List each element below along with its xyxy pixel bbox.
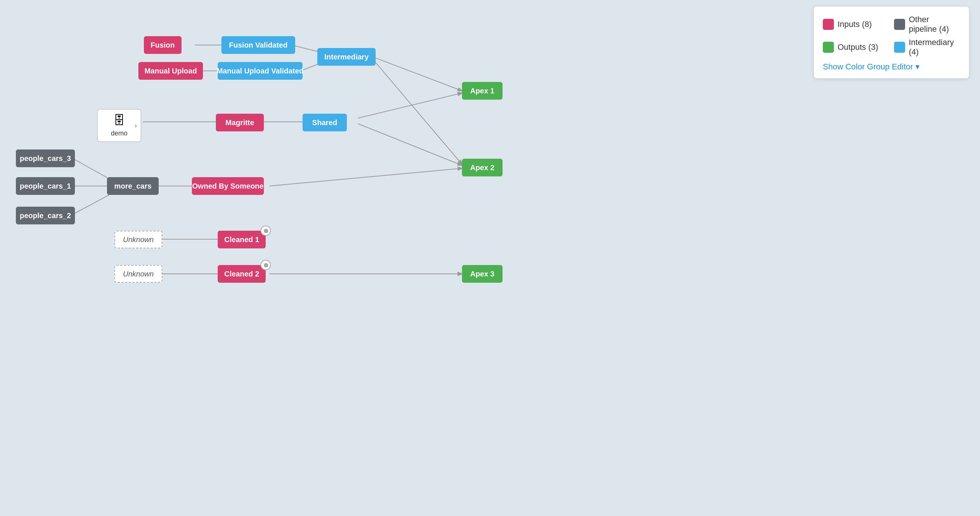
- unknown1-node[interactable]: Unknown: [115, 231, 162, 248]
- cleaned2-node[interactable]: Cleaned 2 ⊗: [218, 265, 266, 283]
- close-cleaned2-icon[interactable]: ⊗: [261, 260, 271, 270]
- unknown2-node[interactable]: Unknown: [115, 265, 162, 283]
- inputs-swatch: [823, 19, 834, 30]
- svg-line-5: [373, 59, 462, 164]
- fusion-node[interactable]: Fusion: [144, 36, 181, 54]
- fusion-validated-node[interactable]: Fusion Validated: [221, 36, 295, 54]
- intermediary-label: Intermediary (4): [909, 38, 958, 57]
- people-cars-3-node[interactable]: people_cars_3: [16, 150, 75, 167]
- apex3-node[interactable]: Apex 3: [462, 265, 503, 283]
- more-cars-node[interactable]: more_cars: [107, 177, 159, 195]
- other-label: Other pipeline (4): [909, 15, 958, 34]
- show-color-group-editor-link[interactable]: Show Color Group Editor ▾: [823, 62, 958, 72]
- svg-line-9: [358, 124, 462, 166]
- legend-grid: Inputs (8) Other pipeline (4) Outputs (3…: [823, 15, 958, 57]
- svg-line-4: [373, 57, 462, 91]
- svg-line-8: [358, 93, 462, 118]
- legend: Inputs (8) Other pipeline (4) Outputs (3…: [814, 6, 969, 78]
- svg-line-14: [269, 168, 462, 186]
- close-cleaned1-icon[interactable]: ⊗: [261, 226, 271, 236]
- people-cars-2-node[interactable]: people_cars_2: [16, 207, 75, 225]
- manual-upload-node[interactable]: Manual Upload: [138, 62, 203, 80]
- other-swatch: [894, 19, 905, 30]
- outputs-label: Outputs (3): [838, 43, 878, 52]
- legend-item-other: Other pipeline (4): [894, 15, 958, 34]
- shared-node[interactable]: Shared: [302, 114, 347, 131]
- owned-by-someone-node[interactable]: Owned By Someone: [192, 177, 264, 195]
- apex2-node[interactable]: Apex 2: [462, 159, 503, 177]
- inputs-label: Inputs (8): [838, 19, 872, 29]
- magritte-node[interactable]: Magritte: [216, 114, 264, 131]
- intermediary-node[interactable]: Intermediary: [317, 48, 375, 66]
- outputs-swatch: [823, 42, 834, 53]
- cleaned1-node[interactable]: Cleaned 1 ⊗: [218, 231, 266, 248]
- apex1-node[interactable]: Apex 1: [462, 82, 503, 100]
- intermediary-swatch: [894, 42, 905, 53]
- people-cars-1-node[interactable]: people_cars_1: [16, 177, 75, 195]
- legend-item-intermediary: Intermediary (4): [894, 38, 958, 57]
- expand-icon: ›: [135, 122, 137, 129]
- manual-upload-validated-node[interactable]: Manual Upload Validated: [218, 62, 302, 80]
- chevron-down-icon: ▾: [915, 62, 920, 72]
- legend-item-inputs: Inputs (8): [823, 15, 887, 34]
- demo-node[interactable]: 🗄 demo ›: [97, 109, 141, 142]
- database-icon: 🗄: [113, 114, 125, 127]
- legend-item-outputs: Outputs (3): [823, 38, 887, 57]
- legend-link-text: Show Color Group Editor: [823, 62, 913, 72]
